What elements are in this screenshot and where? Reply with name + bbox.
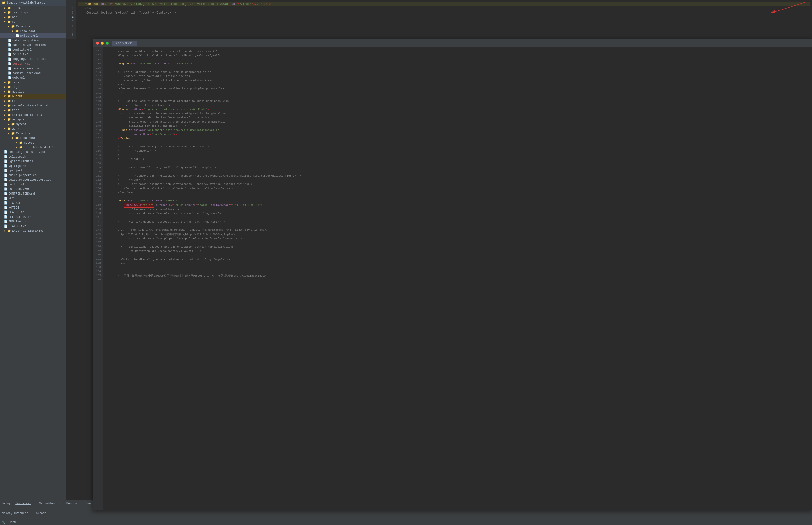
wln-139: 139 [93,82,101,87]
wline-138: /docs/config/cluster.html (reference doc… [105,78,810,82]
sidebar-item-localhost[interactable]: ▼ 📁 localhost [0,29,66,33]
wline-165: </Host>--> [105,191,810,195]
sidebar-item-context-xml[interactable]: 📄 context.xml [0,47,66,52]
sidebar-item-mytest-xml[interactable]: 📄 mytest.xml [0,33,66,38]
folder-open-icon: ▼ 📁 [4,127,11,131]
main-code-content[interactable]: <Context docBase="/Users/quyixiao/github… [76,0,812,39]
txt-file-icon: 📄 [4,224,7,228]
tab-variables[interactable]: Variables [36,501,58,506]
sidebar-item-status-txt[interactable]: 📄 STATUS.txt [0,224,66,228]
file-icon: 📄 [8,39,12,42]
sidebar-item-license[interactable]: 📄 LICENSE [0,201,66,205]
sidebar-item-res[interactable]: ▶ 📁 res [0,99,66,103]
sidebar-item-readme[interactable]: 📄 README.md [0,210,66,215]
sidebar-item-label: .gitattributes [9,160,33,163]
folder-icon: ▶ 📁 [4,108,11,112]
sidebar-item-gitattributes[interactable]: 📄 .gitattributes [0,159,66,164]
red-arrow-indicator: ← [45,57,47,61]
sidebar-item-webapps-mytest[interactable]: ▶ 📁 mytest [0,122,66,126]
file-tab-icon: ● [115,42,117,45]
sidebar-item-work[interactable]: ▼ 📁 work [0,126,66,131]
sidebar-item-notice[interactable]: 📄 NOTICE [0,205,66,210]
wln-133: 133 [93,58,101,62]
sidebar-item-release-notes[interactable]: 📄 RELEASE-NOTES [0,215,66,219]
sidebar-item-label: context.xml [13,48,32,51]
traffic-light-red[interactable] [96,42,99,45]
wln-172: 172 [93,220,101,224]
wline-160 [105,170,810,174]
sidebar-item-catalina[interactable]: ▼ 📁 Catalina [0,24,66,29]
sidebar-item-build-properties[interactable]: 📄 build.properties [0,173,66,178]
sidebar-item-running-txt[interactable]: 📄 RUNNING.txt [0,219,66,224]
sidebar-item-work-localhost[interactable]: ▼ 📁 localhost [0,136,66,140]
sidebar-item-output[interactable]: ▼ 📁 output [0,94,66,99]
server-xml-window: ● server.xml 131 132 133 134 135 136 137… [93,39,812,500]
wline-149: available for use by the Realm. --> [105,124,810,128]
wline-163: <!-- <Host name="localhost" appBase="web… [105,182,810,186]
file-tree-root[interactable]: 📁 tomcat ~/gitlab/tomcat [0,0,66,5]
sidebar-item-logs[interactable]: ▶ 📁 logs [0,85,66,89]
traffic-light-green[interactable] [106,42,109,45]
folder-icon: ▶ 📁 [4,229,11,233]
status-text: JSON [9,521,16,524]
sidebar-item-tomcat-users-xml[interactable]: 📄 tomcat-users.xml [0,66,66,71]
sidebar-item-catalina-properties[interactable]: 📄 catalina.properties [0,43,66,47]
sidebar-item-logging-properties[interactable]: 📄 logging.properties ← [0,57,66,62]
memory-overhead-label: Memory Overhead [2,512,28,515]
sidebar-item-server-xml[interactable]: 📄 server.xml ← [0,62,66,66]
sidebar-item-test[interactable]: ▶ 📁 test [0,108,66,112]
sidebar-item-gitignore[interactable]: 📄 .gitignore [0,164,66,168]
main-code-editor: 1 2 3 4 5 6 7 8 <Context docBase="/Users… [66,0,812,39]
traffic-light-yellow[interactable] [101,42,104,45]
xml-file-icon: 📄 [4,183,7,186]
sidebar-item-modules[interactable]: ▶ 📁 modules [0,89,66,94]
sidebar-item-work-catalina[interactable]: ▼ 📁 Catalina [0,131,66,136]
sidebar-item-contributing[interactable]: 📄 CONTRIBUTING.md [0,192,66,196]
server-xml-tab[interactable]: ● server.xml [112,41,137,46]
wline-184 [105,270,810,274]
main-container: 📁 tomcat ~/gitlab/tomcat ▶ 📁 .idea ▶ 📁 .… [0,0,812,525]
sidebar-item-hello-txt[interactable]: 📄 hello.txt [0,52,66,57]
wln-137: 137 [93,74,101,78]
sidebar-item-classpath[interactable]: 📄 .classpath [0,154,66,159]
sidebar-item-conf[interactable]: ▼ 📁 conf [0,19,66,24]
sidebar-item-bin[interactable]: ▶ 📁 bin [0,15,66,19]
sidebar-item-tomcat-users-xsd[interactable]: 📄 tomcat-users.xsd [0,71,66,75]
sidebar-item-catalina-policy[interactable]: 📄 catalina.policy [0,38,66,43]
sidebar-item-servelet-bak[interactable]: ▶ 📁 servelet-test-1.0_bak [0,103,66,108]
sidebar-item-work-mytest[interactable]: ▶ 📁 mytest [0,140,66,145]
sidebar-item-external-libs[interactable]: ▶ 📁 External Libraries [0,228,66,233]
sidebar-item-web-xml[interactable]: 📄 web.xml [0,75,66,80]
sidebar-item-tomcat-build-libs[interactable]: ▶ 📁 tomcat-build-libs [0,112,66,117]
sidebar-item-label: web.xml [13,76,25,80]
sidebar-item-build-properties-default[interactable]: 📄 build.properties.default [0,178,66,182]
wln-169: 169 [93,207,101,211]
sidebar-item-work-servelet[interactable]: ▶ 📁 servelet-test-1.0 [0,145,66,150]
sidebar-item-java[interactable]: ▶ 📁 java [0,80,66,85]
wln-162: 162 [93,178,101,182]
line-num-8: 8 [66,33,74,37]
sidebar-item-ant-build[interactable]: 📄 ant-targets-build.xml [0,150,66,154]
sidebar-item-label: mytest [16,123,26,126]
sidebar-item-building-txt[interactable]: 📄 BUILDING.txt [0,187,66,192]
sidebar-item-idea[interactable]: ▶ 📁 .idea [0,5,66,10]
wline-171 [105,216,810,220]
wline-135 [105,66,810,70]
sidebar-item-label: localhost [20,136,36,140]
sidebar-item-keys[interactable]: 📄 KEYS [0,196,66,201]
sidebar-item-build-xml[interactable]: 📄 build.xml [0,182,66,187]
sidebar-item-webapps[interactable]: ▼ 📁 webapps [0,117,66,122]
wline-132: <Engine name="Catalina" defaultHost="loc… [105,54,810,58]
code-line-7: <Context docBase="mytest" path="/test"><… [78,11,810,15]
wln-152: 152 [93,136,101,141]
file-icon: 📄 [4,164,7,168]
sidebar-item-project[interactable]: 📄 .project [0,168,66,173]
window-editor: 131 132 133 134 135 136 137 138 139 140 … [93,47,812,500]
wline-161: <!-- <Context path="/HelloLuban" docBase… [105,174,810,178]
tab-memory[interactable]: Memory [63,501,80,506]
sidebar-item-settings[interactable]: ▶ 📁 .settings [0,10,66,15]
debug-config[interactable]: Bootstrap [15,502,31,505]
window-code-content[interactable]: <!-- You should set jvmRoute to support … [103,47,812,500]
sidebar-item-label: servelet-test-1.0 [24,146,53,149]
line-num-5: 5 [66,19,74,24]
